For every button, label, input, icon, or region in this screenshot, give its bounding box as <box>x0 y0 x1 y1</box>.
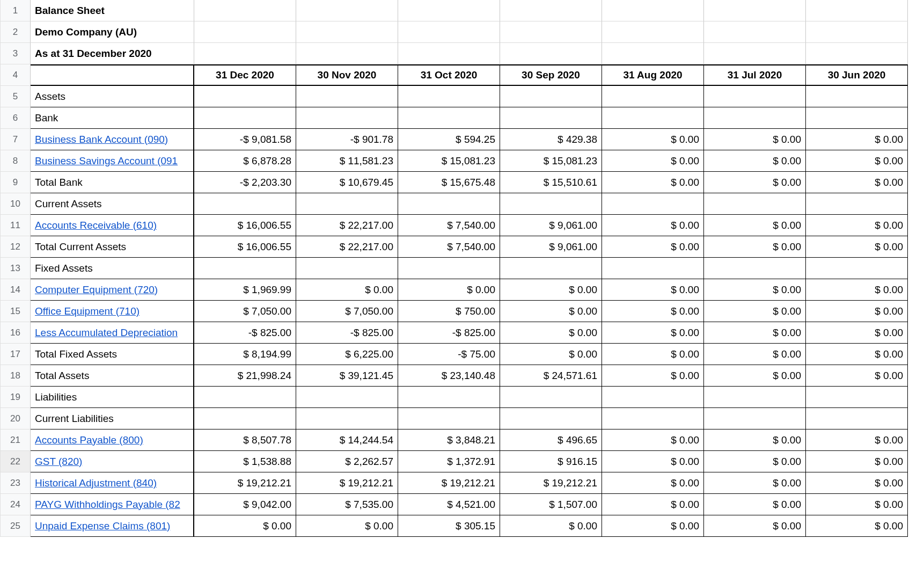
data-cell[interactable] <box>398 408 500 429</box>
data-cell[interactable]: $ 0.00 <box>602 494 704 515</box>
data-cell[interactable]: $ 496.65 <box>500 429 602 451</box>
data-cell[interactable] <box>194 258 296 279</box>
data-cell[interactable] <box>806 107 908 129</box>
row-header-25[interactable]: 25 <box>1 515 31 537</box>
data-cell[interactable] <box>806 408 908 429</box>
column-header[interactable]: 30 Nov 2020 <box>296 64 398 86</box>
row-label[interactable]: Total Current Assets <box>31 236 194 258</box>
account-link[interactable]: Less Accumulated Depreciation <box>35 327 178 339</box>
row-label[interactable]: Total Bank <box>31 172 194 193</box>
data-cell[interactable]: $ 0.00 <box>602 472 704 494</box>
data-cell[interactable]: $ 0.00 <box>704 215 806 236</box>
data-cell[interactable]: $ 8,194.99 <box>194 344 296 365</box>
data-cell[interactable]: $ 594.25 <box>398 129 500 150</box>
row-header-4[interactable]: 4 <box>1 64 31 86</box>
row-label[interactable]: Accounts Receivable (610) <box>31 215 194 236</box>
data-cell[interactable]: $ 0.00 <box>806 515 908 537</box>
data-cell[interactable]: $ 0.00 <box>806 150 908 172</box>
row-header-8[interactable]: 8 <box>1 150 31 172</box>
data-cell[interactable]: $ 11,581.23 <box>296 150 398 172</box>
data-cell[interactable] <box>194 107 296 129</box>
row-header-2[interactable]: 2 <box>1 21 31 43</box>
data-cell[interactable]: -$ 2,203.30 <box>194 172 296 193</box>
data-cell[interactable]: $ 0.00 <box>806 494 908 515</box>
row-header-16[interactable]: 16 <box>1 322 31 344</box>
data-cell[interactable]: $ 0.00 <box>704 172 806 193</box>
data-cell[interactable]: $ 0.00 <box>500 301 602 322</box>
data-cell[interactable]: $ 0.00 <box>806 472 908 494</box>
data-cell[interactable] <box>500 258 602 279</box>
data-cell[interactable]: $ 0.00 <box>806 344 908 365</box>
row-label[interactable]: Unpaid Expense Claims (801) <box>31 515 194 537</box>
data-cell[interactable] <box>296 387 398 408</box>
data-cell[interactable] <box>500 193 602 215</box>
data-cell[interactable]: $ 0.00 <box>704 365 806 387</box>
account-link[interactable]: Computer Equipment (720) <box>35 284 158 296</box>
row-label[interactable]: Accounts Payable (800) <box>31 429 194 451</box>
data-cell[interactable]: $ 0.00 <box>602 344 704 365</box>
column-header[interactable]: 31 Jul 2020 <box>704 64 806 86</box>
data-cell[interactable]: $ 916.15 <box>500 451 602 472</box>
data-cell[interactable]: $ 15,081.23 <box>398 150 500 172</box>
data-cell[interactable]: $ 8,507.78 <box>194 429 296 451</box>
data-cell[interactable] <box>500 86 602 107</box>
row-header-24[interactable]: 24 <box>1 494 31 515</box>
data-cell[interactable] <box>602 107 704 129</box>
empty-cell[interactable] <box>296 43 398 64</box>
data-cell[interactable]: $ 305.15 <box>398 515 500 537</box>
data-cell[interactable]: $ 0.00 <box>398 279 500 301</box>
data-cell[interactable]: $ 21,998.24 <box>194 365 296 387</box>
row-header-18[interactable]: 18 <box>1 365 31 387</box>
row-header-1[interactable]: 1 <box>1 0 31 21</box>
data-cell[interactable] <box>296 258 398 279</box>
data-cell[interactable] <box>398 258 500 279</box>
data-cell[interactable] <box>704 258 806 279</box>
data-cell[interactable] <box>398 387 500 408</box>
header-blank[interactable] <box>31 64 194 86</box>
data-cell[interactable]: $ 15,510.61 <box>500 172 602 193</box>
data-cell[interactable]: $ 0.00 <box>194 515 296 537</box>
row-header-10[interactable]: 10 <box>1 193 31 215</box>
data-cell[interactable]: -$ 901.78 <box>296 129 398 150</box>
data-cell[interactable]: $ 0.00 <box>704 344 806 365</box>
empty-cell[interactable] <box>602 0 704 21</box>
row-header-15[interactable]: 15 <box>1 301 31 322</box>
column-header[interactable]: 31 Aug 2020 <box>602 64 704 86</box>
data-cell[interactable]: $ 14,244.54 <box>296 429 398 451</box>
empty-cell[interactable] <box>500 0 602 21</box>
data-cell[interactable]: $ 0.00 <box>704 429 806 451</box>
data-cell[interactable]: $ 0.00 <box>602 301 704 322</box>
data-cell[interactable]: $ 7,535.00 <box>296 494 398 515</box>
data-cell[interactable]: $ 0.00 <box>806 129 908 150</box>
row-header-14[interactable]: 14 <box>1 279 31 301</box>
data-cell[interactable] <box>806 86 908 107</box>
account-link[interactable]: Business Savings Account (091 <box>35 155 178 167</box>
column-header[interactable]: 31 Dec 2020 <box>194 64 296 86</box>
data-cell[interactable] <box>704 193 806 215</box>
empty-cell[interactable] <box>806 43 908 64</box>
data-cell[interactable]: $ 0.00 <box>500 322 602 344</box>
row-label[interactable]: Total Fixed Assets <box>31 344 194 365</box>
data-cell[interactable]: $ 0.00 <box>806 172 908 193</box>
data-cell[interactable]: $ 429.38 <box>500 129 602 150</box>
data-cell[interactable] <box>806 387 908 408</box>
data-cell[interactable] <box>602 86 704 107</box>
account-link[interactable]: Unpaid Expense Claims (801) <box>35 520 170 532</box>
data-cell[interactable]: $ 0.00 <box>602 172 704 193</box>
row-header-20[interactable]: 20 <box>1 408 31 429</box>
account-link[interactable]: PAYG Withholdings Payable (82 <box>35 499 180 511</box>
data-cell[interactable]: $ 6,878.28 <box>194 150 296 172</box>
data-cell[interactable]: $ 0.00 <box>602 451 704 472</box>
empty-cell[interactable] <box>806 0 908 21</box>
data-cell[interactable]: $ 0.00 <box>704 322 806 344</box>
account-link[interactable]: GST (820) <box>35 456 82 468</box>
empty-cell[interactable] <box>704 21 806 43</box>
data-cell[interactable]: $ 0.00 <box>806 301 908 322</box>
data-cell[interactable]: $ 39,121.45 <box>296 365 398 387</box>
row-label[interactable]: Liabilities <box>31 387 194 408</box>
title-cell-3[interactable]: As at 31 December 2020 <box>31 43 194 64</box>
empty-cell[interactable] <box>194 43 296 64</box>
data-cell[interactable]: $ 0.00 <box>704 515 806 537</box>
data-cell[interactable] <box>806 193 908 215</box>
data-cell[interactable]: $ 0.00 <box>500 279 602 301</box>
